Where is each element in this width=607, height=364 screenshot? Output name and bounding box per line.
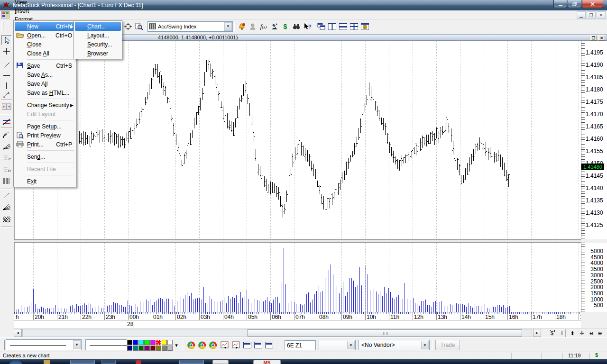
downloader-icon[interactable]: $ <box>280 21 291 32</box>
window-panel-icon-2[interactable] <box>253 340 263 350</box>
file-menu-item-save[interactable]: SaveCtrl+S <box>15 61 75 70</box>
fit-vertical-icon[interactable]: ⬍ <box>568 329 577 337</box>
toolbar-grip[interactable] <box>1 22 3 31</box>
scroll-left-right-tool[interactable] <box>1 101 12 111</box>
taskbar-item-1[interactable] <box>44 360 50 364</box>
file-menu-item-save-all[interactable]: Save All <box>15 79 75 88</box>
mdi-restore-button[interactable]: ❐ <box>587 11 596 19</box>
alert-icon[interactable] <box>236 21 247 32</box>
chevron-down-icon[interactable]: ▼ <box>421 341 429 349</box>
window-panel-icon-1[interactable] <box>242 340 252 350</box>
time-axis[interactable]: h20h21h22h23h00h01h02h03h04h05h06h07h08h… <box>14 312 581 320</box>
taskbar-item-4[interactable] <box>136 360 141 364</box>
volume-axis[interactable]: 500045004000350030002500200015001000500 <box>581 243 607 312</box>
fibonacci-arcs-tool[interactable] <box>1 130 12 140</box>
fan-lines-tool[interactable] <box>1 202 12 212</box>
chevron-down-icon[interactable]: ▼ <box>224 22 232 31</box>
color-swatch[interactable] <box>133 340 138 345</box>
file-menu-item-print-preview[interactable]: Print Preview <box>15 131 75 140</box>
file-menu-item-send[interactable]: Send... <box>15 152 75 161</box>
expert-advisor-icon[interactable] <box>247 21 258 32</box>
color-swatch[interactable] <box>156 346 161 351</box>
refresh-data-icon[interactable]: $ <box>548 329 557 337</box>
gann-fan-tool[interactable] <box>1 141 12 151</box>
fibonacci-timezones-tool[interactable] <box>1 176 12 186</box>
horizontal-line-tool[interactable] <box>1 70 12 80</box>
color-swatch[interactable] <box>144 346 149 351</box>
color-swatch[interactable] <box>162 340 167 345</box>
document-system-icon[interactable] <box>1 11 9 18</box>
donut-icon-3[interactable] <box>208 340 218 350</box>
new-submenu-item-chart[interactable]: Chart... <box>75 22 121 31</box>
start-orb[interactable] <box>9 360 23 364</box>
palette-dropdown-icon[interactable]: ▾ <box>174 340 179 350</box>
color-swatch[interactable] <box>150 340 156 345</box>
chevron-down-icon[interactable]: ▼ <box>73 340 81 349</box>
file-menu-item-close[interactable]: Close <box>15 40 75 49</box>
file-menu-item-save-as[interactable]: Save As... <box>15 70 75 79</box>
color-swatch[interactable] <box>167 340 173 345</box>
taskbar-item-6[interactable] <box>212 360 229 364</box>
explorer-icon[interactable] <box>269 21 280 32</box>
chevron-down-icon[interactable]: ▼ <box>347 341 355 349</box>
color-swatch[interactable] <box>138 340 144 345</box>
color-swatch[interactable] <box>127 340 132 345</box>
export-chart-icon-2[interactable] <box>230 340 241 350</box>
price-pane[interactable] <box>14 41 581 239</box>
price-axis[interactable]: 1.41951.41901.41851.41801.41751.41701.41… <box>581 41 607 239</box>
arrange-windows-icon[interactable] <box>359 21 370 32</box>
restore-button[interactable] <box>568 0 581 8</box>
color-swatch[interactable] <box>144 340 149 345</box>
window-panel-icon-3[interactable] <box>264 340 274 350</box>
line-style-combo[interactable]: ▼ <box>6 339 82 350</box>
cascade-windows-icon[interactable] <box>316 21 327 32</box>
new-submenu-item-security[interactable]: Security... <box>75 40 121 49</box>
file-menu-item-change-security[interactable]: Change Security▶ <box>15 100 75 109</box>
pointer-tool[interactable] <box>1 35 12 45</box>
vendor-combo[interactable]: <No Vendor> ▼ <box>359 340 430 350</box>
zoom-out-icon[interactable]: ⊖ <box>587 329 596 337</box>
color-swatch[interactable] <box>156 340 161 345</box>
mdi-minimize-button[interactable]: ▁ <box>577 11 586 19</box>
trade-button[interactable]: Trade <box>435 340 460 350</box>
file-menu-item-page-setup[interactable]: Page Setup... <box>15 122 75 131</box>
context-help-icon[interactable]: ? <box>302 21 313 32</box>
fibonacci-retracement-tool[interactable]: R <box>1 164 12 174</box>
donut-icon-1[interactable] <box>186 340 196 350</box>
color-swatch[interactable] <box>133 346 138 351</box>
file-menu-item-exit[interactable]: Exit <box>15 177 75 186</box>
taskbar-item-2[interactable] <box>70 360 95 364</box>
scrollbar-thumb[interactable] <box>247 329 522 337</box>
binoculars-icon[interactable] <box>291 21 302 32</box>
windows-taskbar[interactable]: MS <box>0 359 607 364</box>
close-button[interactable] <box>582 0 603 8</box>
minimize-button[interactable] <box>553 0 567 8</box>
crosshair-icon[interactable] <box>122 21 133 32</box>
file-menu-item-close-all[interactable]: Close All <box>15 49 75 58</box>
move-icon[interactable]: ✛ <box>578 329 586 337</box>
donut-icon-2[interactable] <box>197 340 207 350</box>
pane-splitter[interactable] <box>14 239 581 243</box>
equis-lines-tool[interactable] <box>1 117 12 127</box>
zoom-preview-icon[interactable] <box>133 21 144 32</box>
tile-vertical-icon[interactable] <box>327 21 338 32</box>
horizontal-scrollbar[interactable] <box>22 329 532 337</box>
scroll-right-icon[interactable]: ► <box>533 329 541 337</box>
mdi-close-button[interactable]: ✕ <box>597 11 606 19</box>
file-menu-item-save-as-html[interactable]: Save as HTML... <box>15 88 75 97</box>
color-swatch[interactable] <box>167 346 173 351</box>
new-submenu-item-browser[interactable]: Browser <box>75 49 121 58</box>
toolbar-grip[interactable] <box>3 340 5 350</box>
crosshair-tool[interactable] <box>1 46 12 56</box>
file-menu-item-new[interactable]: NewCtrl+N▶ <box>15 22 75 31</box>
color-swatch[interactable] <box>138 346 144 351</box>
trendline-tool[interactable] <box>1 60 12 70</box>
new-submenu-item-layout[interactable]: Layout... <box>75 31 121 40</box>
file-menu-item-open[interactable]: Open...Ctrl+O <box>15 31 75 40</box>
chart-restore-button[interactable]: ❐ <box>590 35 597 41</box>
menu-view[interactable]: View <box>11 0 38 7</box>
gann-grid-tool[interactable] <box>1 214 12 224</box>
file-menu-item-print[interactable]: Print...Ctrl+P <box>15 140 75 149</box>
menu-insert[interactable]: Insert <box>11 7 38 15</box>
trendline2-tool[interactable] <box>1 191 12 200</box>
